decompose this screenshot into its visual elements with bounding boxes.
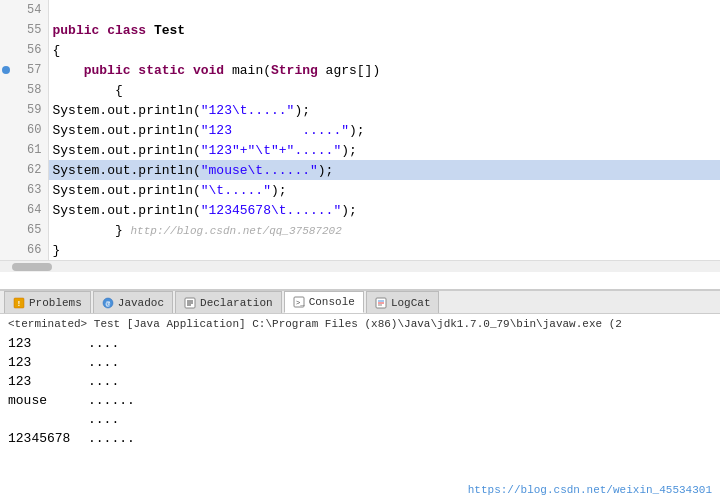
code-line: System.out.println("12345678\t......");	[48, 200, 720, 220]
code-line: {	[48, 40, 720, 60]
declaration-icon	[184, 297, 196, 309]
svg-text:!: !	[17, 299, 22, 308]
console-body: <terminated> Test [Java Application] C:\…	[0, 314, 720, 500]
code-line: } http://blog.csdn.net/qq_37587202	[48, 220, 720, 240]
code-editor[interactable]: 5455public class Test56{57 public static…	[0, 0, 720, 290]
code-line: public class Test	[48, 20, 720, 40]
console-line: 123 ....	[8, 353, 712, 372]
tab-bar: !Problems@JavadocDeclaration>_ConsoleLog…	[0, 290, 720, 314]
breakpoint-cell	[0, 60, 12, 80]
line-number: 54	[12, 0, 48, 20]
bottom-panel: !Problems@JavadocDeclaration>_ConsoleLog…	[0, 290, 720, 500]
console-line: ....	[8, 410, 712, 429]
tab-label-problems: Problems	[29, 297, 82, 309]
breakpoint-cell	[0, 200, 12, 220]
tab-console[interactable]: >_Console	[284, 291, 364, 313]
line-number: 64	[12, 200, 48, 220]
code-line: {	[48, 80, 720, 100]
console-label: 123	[8, 353, 88, 372]
breakpoint-cell	[0, 160, 12, 180]
line-number: 62	[12, 160, 48, 180]
console-header: <terminated> Test [Java Application] C:\…	[8, 318, 712, 330]
breakpoint-cell	[0, 40, 12, 60]
line-number: 59	[12, 100, 48, 120]
svg-text:>_: >_	[296, 299, 305, 307]
console-line: 123 ....	[8, 372, 712, 391]
svg-text:@: @	[105, 299, 110, 308]
breakpoint-cell	[0, 0, 12, 20]
breakpoint-cell	[0, 120, 12, 140]
breakpoint-cell	[0, 140, 12, 160]
console-value: ....	[88, 334, 119, 353]
tab-label-declaration: Declaration	[200, 297, 273, 309]
logcat-icon	[375, 297, 387, 309]
tab-logcat[interactable]: LogCat	[366, 291, 440, 313]
code-line: System.out.println("123 .....");	[48, 120, 720, 140]
console-label: 12345678	[8, 429, 88, 448]
code-line	[48, 0, 720, 20]
breakpoint-dot	[2, 66, 10, 74]
line-number: 63	[12, 180, 48, 200]
warning-icon: !	[13, 297, 25, 309]
scroll-thumb[interactable]	[12, 263, 52, 271]
code-line: }	[48, 240, 720, 260]
breakpoint-cell	[0, 180, 12, 200]
breakpoint-cell	[0, 100, 12, 120]
line-number: 55	[12, 20, 48, 40]
line-number: 57	[12, 60, 48, 80]
console-value: ......	[88, 429, 135, 448]
console-label: 123	[8, 372, 88, 391]
breakpoint-cell	[0, 20, 12, 40]
console-icon: >_	[293, 296, 305, 308]
tab-label-console: Console	[309, 296, 355, 308]
console-label: 123	[8, 334, 88, 353]
console-value: ....	[88, 372, 119, 391]
console-label	[8, 410, 88, 429]
line-number: 61	[12, 140, 48, 160]
code-line: System.out.println("123\t.....");	[48, 100, 720, 120]
tab-label-logcat: LogCat	[391, 297, 431, 309]
tab-problems[interactable]: !Problems	[4, 291, 91, 313]
tab-declaration[interactable]: Declaration	[175, 291, 282, 313]
console-line: 123 ....	[8, 334, 712, 353]
url-watermark: https://blog.csdn.net/weixin_45534301	[468, 484, 712, 496]
breakpoint-cell	[0, 220, 12, 240]
console-output: 123 ....123 ....123 ....mouse ...... ...…	[8, 334, 712, 448]
line-number: 56	[12, 40, 48, 60]
line-number: 58	[12, 80, 48, 100]
console-value: ....	[88, 353, 119, 372]
code-line: System.out.println("123"+"\t"+".....");	[48, 140, 720, 160]
code-line: System.out.println("\t.....");	[48, 180, 720, 200]
tab-label-javadoc: Javadoc	[118, 297, 164, 309]
line-number: 60	[12, 120, 48, 140]
console-label: mouse	[8, 391, 88, 410]
horizontal-scrollbar[interactable]	[0, 260, 720, 272]
code-line: public static void main(String agrs[])	[48, 60, 720, 80]
code-table: 5455public class Test56{57 public static…	[0, 0, 720, 260]
line-number: 66	[12, 240, 48, 260]
breakpoint-cell	[0, 240, 12, 260]
console-line: mouse ......	[8, 391, 712, 410]
doc-icon: @	[102, 297, 114, 309]
code-line: System.out.println("mouse\t......");	[48, 160, 720, 180]
console-value: ....	[88, 410, 119, 429]
console-value: ......	[88, 391, 135, 410]
tab-javadoc[interactable]: @Javadoc	[93, 291, 173, 313]
line-number: 65	[12, 220, 48, 240]
console-line: 12345678 ......	[8, 429, 712, 448]
breakpoint-cell	[0, 80, 12, 100]
